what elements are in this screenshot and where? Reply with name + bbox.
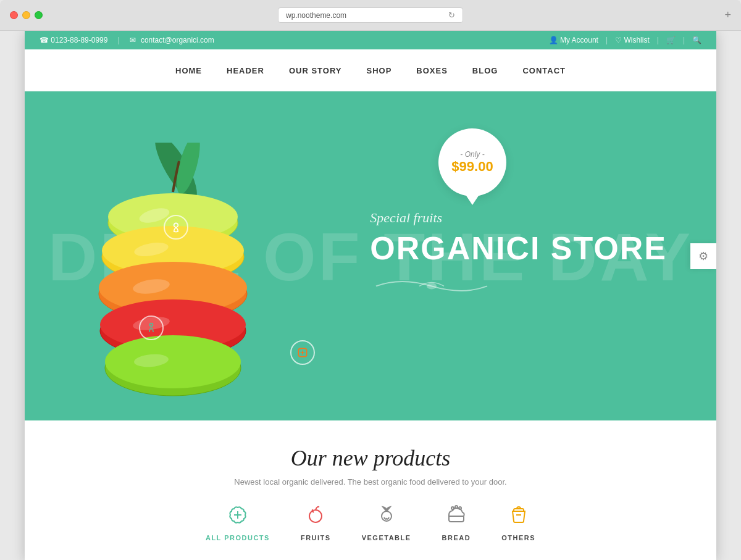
close-button[interactable]	[10, 11, 18, 19]
svg-point-11	[105, 335, 241, 388]
nav-bar: HOME HEADER OUR STORY SHOP BOXES BLOG CO…	[25, 49, 716, 91]
fruit-icon-top[interactable]	[164, 215, 188, 240]
nav-item-our-story[interactable]: OUR STORY	[289, 65, 342, 76]
hero-title: ORGANICI STORE	[370, 231, 667, 266]
cart-icon[interactable]: 🛒	[666, 36, 676, 44]
nav-link-contact[interactable]: CONTACT	[522, 66, 566, 75]
phone-icon: ☎	[40, 36, 49, 44]
category-fruits[interactable]: FRUITS	[301, 505, 331, 541]
divider4: |	[683, 36, 685, 44]
category-tabs: ALL PRODUCTS FRUITS	[40, 505, 701, 541]
price-prefix: - Only -	[460, 150, 484, 159]
nav-item-header[interactable]: HEADER	[227, 65, 264, 76]
nav-item-shop[interactable]: SHOP	[366, 65, 391, 76]
price-bubble: - Only - $99.00	[438, 128, 506, 196]
nav-item-boxes[interactable]: BOXES	[416, 65, 448, 76]
nav-menu: HOME HEADER OUR STORY SHOP BOXES BLOG CO…	[175, 65, 566, 76]
category-bread[interactable]: BREAD	[442, 505, 471, 541]
nav-link-header[interactable]: HEADER	[227, 66, 264, 75]
traffic-lights	[10, 11, 43, 19]
url-text: wp.nootheme.com	[286, 11, 346, 20]
my-account-link[interactable]: 👤 My Account	[549, 36, 598, 44]
svg-point-19	[427, 283, 437, 289]
phone-number: 0123-88-89-0999	[51, 36, 107, 44]
divider: |	[117, 36, 119, 44]
svg-point-17	[174, 223, 178, 227]
fruit-illustration	[80, 143, 296, 420]
fruit-icon-bottom-right[interactable]	[290, 340, 315, 365]
fruits-icon	[306, 505, 325, 529]
svg-point-22	[451, 507, 454, 509]
divider2: |	[606, 36, 608, 44]
browser-chrome: wp.nootheme.com ↻ +	[0, 0, 741, 31]
nav-link-boxes[interactable]: BOXES	[416, 66, 448, 75]
hero-section: DEAL OF THE DAY	[25, 91, 716, 420]
hero-subtitle: Special fruits	[370, 210, 667, 226]
email-address: contact@organici.com	[141, 36, 214, 44]
nav-item-contact[interactable]: CONTACT	[522, 65, 566, 76]
email-icon: ✉	[130, 36, 136, 44]
website-container: ☎ 0123-88-89-0999 | ✉ contact@organici.c…	[25, 31, 716, 560]
svg-point-23	[455, 506, 458, 508]
hero-content: Special fruits ORGANICI STORE	[370, 210, 667, 302]
heart-icon: ♡	[615, 36, 624, 44]
products-section: Our new products Newest local organic de…	[25, 420, 716, 560]
phone-info: ☎ 0123-88-89-0999	[40, 36, 107, 44]
products-subtitle: Newest local organic delivered. The best…	[40, 477, 701, 487]
minimize-button[interactable]	[22, 11, 30, 19]
settings-button[interactable]: ⚙	[690, 243, 716, 269]
nav-link-home[interactable]: HOME	[175, 66, 202, 75]
address-bar[interactable]: wp.nootheme.com ↻	[278, 7, 463, 23]
others-label: OTHERS	[501, 534, 535, 541]
account-icon: 👤	[549, 36, 560, 44]
category-vegetable[interactable]: VEGETABLE	[362, 505, 411, 541]
nav-link-blog[interactable]: BLOG	[472, 66, 498, 75]
search-icon[interactable]: 🔍	[692, 36, 701, 44]
gear-icon: ⚙	[698, 249, 708, 263]
category-all-products[interactable]: ALL PRODUCTS	[206, 505, 270, 541]
email-info: ✉ contact@organici.com	[130, 36, 214, 44]
wishlist-link[interactable]: ♡ Wishlist	[615, 36, 650, 44]
bread-icon	[446, 505, 466, 529]
price-amount: $99.00	[451, 159, 493, 175]
bread-label: BREAD	[442, 534, 471, 541]
others-icon	[509, 505, 529, 529]
top-bar-left: ☎ 0123-88-89-0999 | ✉ contact@organici.c…	[40, 36, 214, 44]
nav-item-home[interactable]: HOME	[175, 65, 202, 76]
vegetable-icon	[377, 505, 396, 529]
svg-point-24	[459, 507, 461, 509]
products-title: Our new products	[40, 445, 701, 471]
vegetable-label: VEGETABLE	[362, 534, 411, 541]
account-label: My Account	[560, 36, 598, 44]
category-others[interactable]: OTHERS	[501, 505, 535, 541]
all-products-label: ALL PRODUCTS	[206, 534, 270, 541]
new-tab-button[interactable]: +	[724, 9, 731, 22]
hero-decoration	[370, 274, 667, 302]
svg-point-18	[150, 324, 153, 327]
wishlist-label: Wishlist	[624, 36, 649, 44]
svg-point-20	[309, 510, 322, 522]
all-products-icon	[228, 505, 248, 529]
top-bar: ☎ 0123-88-89-0999 | ✉ contact@organici.c…	[25, 31, 716, 49]
fruits-label: FRUITS	[301, 534, 331, 541]
reload-icon[interactable]: ↻	[448, 10, 455, 20]
nav-link-our-story[interactable]: OUR STORY	[289, 66, 342, 75]
top-bar-right: 👤 My Account | ♡ Wishlist | 🛒 | 🔍	[549, 36, 701, 44]
fruit-icon-bottom-left[interactable]	[139, 316, 164, 340]
nav-item-blog[interactable]: BLOG	[472, 65, 498, 76]
maximize-button[interactable]	[35, 11, 43, 19]
divider3: |	[657, 36, 659, 44]
nav-link-shop[interactable]: SHOP	[366, 66, 391, 75]
svg-point-21	[382, 511, 391, 521]
